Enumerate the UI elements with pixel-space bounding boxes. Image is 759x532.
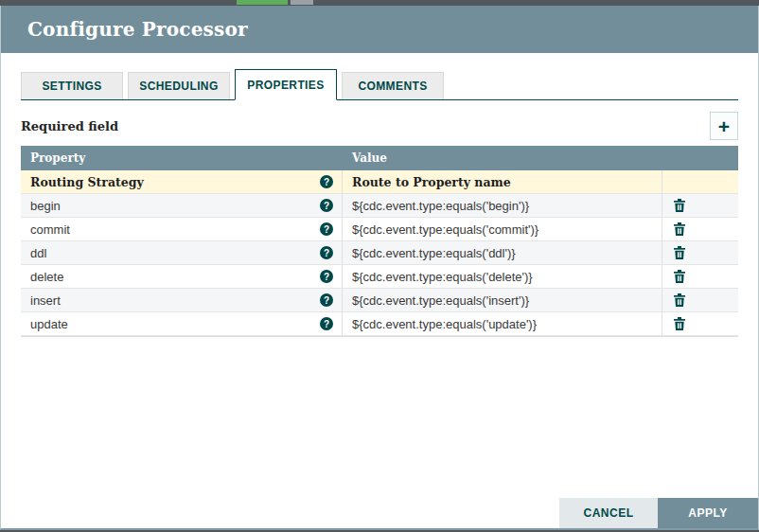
- trash-icon: [674, 270, 685, 283]
- table-header-row: Property Value: [21, 146, 738, 170]
- help-icon[interactable]: ?: [320, 317, 333, 330]
- table-row[interactable]: update ? ${cdc.event.type:equals('update…: [21, 312, 738, 336]
- trash-icon: [674, 222, 685, 236]
- property-cell: update ?: [21, 312, 343, 335]
- value-cell[interactable]: ${cdc.event.type:equals('update')}: [343, 312, 662, 335]
- table-toolbar: Required field +: [21, 112, 738, 140]
- configure-processor-dialog: Configure Processor SETTINGS SCHEDULING …: [0, 6, 759, 530]
- property-name: Routing Strategy: [30, 175, 144, 189]
- property-value: ${cdc.event.type:equals('update')}: [352, 317, 537, 331]
- tab-bar: SETTINGS SCHEDULING PROPERTIES COMMENTS: [21, 69, 738, 100]
- property-value: ${cdc.event.type:equals('delete')}: [352, 270, 533, 284]
- property-cell: Routing Strategy ?: [21, 170, 343, 193]
- property-name: begin: [30, 199, 61, 213]
- delete-property-button[interactable]: [674, 222, 685, 236]
- actions-cell: [662, 293, 738, 307]
- trash-icon: [674, 317, 685, 330]
- tab-label: SETTINGS: [42, 80, 101, 93]
- canvas-fragment: [291, 0, 313, 5]
- add-property-button[interactable]: +: [710, 112, 738, 140]
- property-name: update: [30, 317, 68, 331]
- value-cell[interactable]: ${cdc.event.type:equals('insert')}: [343, 289, 662, 311]
- property-cell: begin ?: [21, 194, 343, 217]
- actions-cell: [662, 317, 738, 330]
- dialog-content: SETTINGS SCHEDULING PROPERTIES COMMENTS …: [1, 69, 758, 337]
- column-header-value: Value: [343, 151, 662, 165]
- property-value: Route to Property name: [352, 175, 511, 189]
- property-value: ${cdc.event.type:equals('commit')}: [352, 222, 538, 237]
- cancel-button[interactable]: CANCEL: [559, 498, 658, 528]
- properties-table: Property Value Routing Strategy ? Route …: [21, 146, 738, 337]
- value-cell[interactable]: ${cdc.event.type:equals('begin')}: [343, 194, 662, 217]
- tab-settings[interactable]: SETTINGS: [21, 72, 123, 99]
- table-row[interactable]: ddl ? ${cdc.event.type:equals('ddl')}: [21, 241, 738, 265]
- property-value: ${cdc.event.type:equals('ddl')}: [352, 246, 516, 260]
- column-header-property: Property: [21, 151, 343, 165]
- help-icon[interactable]: ?: [320, 199, 333, 212]
- delete-property-button[interactable]: [674, 270, 685, 283]
- dialog-title: Configure Processor: [27, 18, 248, 41]
- tab-comments[interactable]: COMMENTS: [342, 72, 444, 99]
- actions-cell: [662, 246, 738, 259]
- plus-icon: +: [718, 116, 730, 136]
- value-cell[interactable]: ${cdc.event.type:equals('delete')}: [343, 265, 662, 288]
- property-name: insert: [30, 293, 61, 308]
- delete-property-button[interactable]: [674, 317, 685, 330]
- actions-cell: [662, 222, 738, 236]
- trash-icon: [674, 199, 685, 212]
- trash-icon: [674, 293, 685, 307]
- required-field-label: Required field: [21, 119, 118, 133]
- help-icon[interactable]: ?: [320, 293, 333, 307]
- property-cell: delete ?: [21, 265, 343, 288]
- delete-property-button[interactable]: [674, 199, 685, 212]
- dialog-footer: CANCEL APPLY: [559, 498, 758, 528]
- property-cell: insert ?: [21, 289, 343, 311]
- properties-table-body: Routing Strategy ? Route to Property nam…: [21, 170, 738, 336]
- property-cell: ddl ?: [21, 241, 343, 264]
- table-row[interactable]: insert ? ${cdc.event.type:equals('insert…: [21, 289, 738, 312]
- tab-scheduling[interactable]: SCHEDULING: [128, 72, 230, 99]
- property-value: ${cdc.event.type:equals('insert')}: [352, 293, 529, 308]
- canvas-processor-fragment: [237, 0, 288, 5]
- dialog-header: Configure Processor: [1, 6, 758, 53]
- help-icon[interactable]: ?: [320, 222, 333, 236]
- help-icon[interactable]: ?: [320, 246, 333, 259]
- property-cell: commit ?: [21, 218, 343, 240]
- property-name: commit: [30, 222, 70, 237]
- tab-label: COMMENTS: [358, 80, 427, 93]
- table-row[interactable]: begin ? ${cdc.event.type:equals('begin')…: [21, 194, 738, 218]
- value-cell[interactable]: Route to Property name: [343, 170, 662, 193]
- property-name: ddl: [30, 246, 46, 260]
- value-cell[interactable]: ${cdc.event.type:equals('ddl')}: [343, 241, 662, 264]
- table-row[interactable]: commit ? ${cdc.event.type:equals('commit…: [21, 218, 738, 241]
- help-icon[interactable]: ?: [320, 270, 333, 283]
- tab-label: PROPERTIES: [247, 79, 324, 92]
- apply-button[interactable]: APPLY: [658, 498, 758, 528]
- table-row[interactable]: Routing Strategy ? Route to Property nam…: [21, 170, 738, 194]
- tab-label: SCHEDULING: [139, 80, 218, 93]
- table-row[interactable]: delete ? ${cdc.event.type:equals('delete…: [21, 265, 738, 289]
- delete-property-button[interactable]: [674, 293, 685, 307]
- actions-cell: [662, 199, 738, 212]
- trash-icon: [674, 246, 685, 259]
- value-cell[interactable]: ${cdc.event.type:equals('commit')}: [343, 218, 662, 240]
- property-name: delete: [30, 270, 63, 284]
- actions-cell: [662, 270, 738, 283]
- property-value: ${cdc.event.type:equals('begin')}: [352, 199, 529, 213]
- delete-property-button[interactable]: [674, 246, 685, 259]
- help-icon[interactable]: ?: [320, 175, 333, 188]
- tab-properties[interactable]: PROPERTIES: [235, 69, 337, 100]
